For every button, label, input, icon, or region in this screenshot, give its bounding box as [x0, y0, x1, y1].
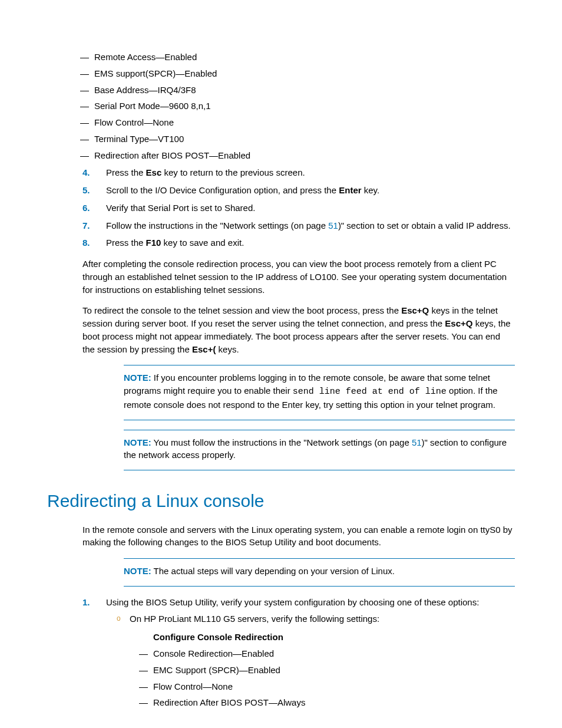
settings-list-2: Console Redirection—Enabled EMC Support …	[130, 647, 515, 709]
note-label: NOTE:	[124, 373, 151, 383]
settings-list-1: Remote Access—Enabled EMS support(SPCR)—…	[47, 51, 515, 162]
setting-item: Redirection After BIOS POST—Always	[153, 696, 515, 709]
note-label: NOTE:	[124, 437, 151, 447]
linux-steps-list: 1. Using the BIOS Setup Utility, verify …	[82, 596, 515, 709]
sub-option-list: On HP ProLiant ML110 G5 servers, verify …	[106, 612, 515, 710]
setting-item: Serial Port Mode—9600 8,n,1	[94, 100, 515, 113]
paragraph-redirect: To redirect the console to the telnet se…	[82, 304, 515, 355]
setting-item: Redirection after BIOS POST—Enabled	[94, 149, 515, 162]
page-link-51[interactable]: 51	[328, 220, 338, 230]
setting-item: Remote Access—Enabled	[94, 51, 515, 64]
setting-item: Flow Control—None	[153, 680, 515, 693]
step-5: 5.Scroll to the I/O Device Configuration…	[82, 184, 515, 197]
step-4: 4.Press the Esc key to return to the pre…	[82, 166, 515, 179]
linux-step-1: 1. Using the BIOS Setup Utility, verify …	[82, 596, 515, 709]
setting-item: Terminal Type—VT100	[94, 133, 515, 146]
sub-option-ml110: On HP ProLiant ML110 G5 servers, verify …	[130, 612, 515, 710]
page-link-51[interactable]: 51	[412, 437, 422, 447]
configure-heading: Configure Console Redirection	[153, 631, 515, 644]
note-label: NOTE:	[124, 566, 151, 576]
linux-intro-paragraph: In the remote console and servers with t…	[82, 523, 515, 549]
steps-list: 4.Press the Esc key to return to the pre…	[82, 166, 515, 249]
setting-item: EMS support(SPCR)—Enabled	[94, 67, 515, 80]
step-6: 6.Verify that Serial Port is set to Shar…	[82, 202, 515, 215]
note-box-2: NOTE: You must follow the instructions i…	[124, 430, 515, 471]
note-box-3: NOTE: The actual steps will vary dependi…	[124, 558, 515, 587]
section-heading-redirecting-linux: Redirecting a Linux console	[47, 488, 515, 514]
step-8: 8.Press the F10 key to save and exit.	[82, 236, 515, 249]
setting-item: Console Redirection—Enabled	[153, 647, 515, 660]
setting-item: Base Address—IRQ4/3F8	[94, 84, 515, 97]
note-box-1: NOTE: If you encounter problems logging …	[124, 365, 515, 420]
paragraph-after-completing: After completing the console redirection…	[82, 258, 515, 296]
setting-item: EMC Support (SPCR)—Enabled	[153, 664, 515, 677]
setting-item: Flow Control—None	[94, 116, 515, 129]
step-7: 7.Follow the instructions in the "Networ…	[82, 219, 515, 232]
